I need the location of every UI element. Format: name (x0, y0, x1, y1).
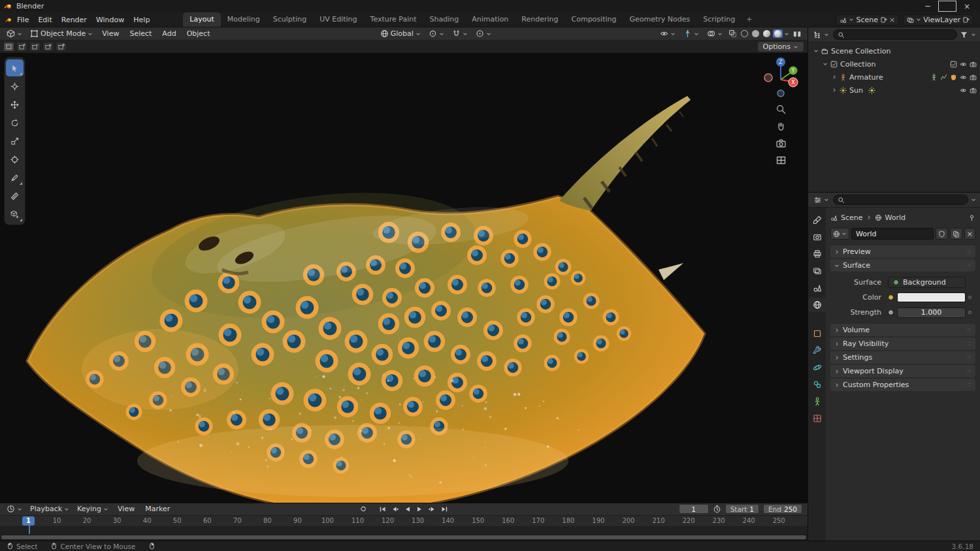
viewlayer-selector[interactable]: ViewLayer (903, 14, 973, 25)
tab-animation[interactable]: Animation (465, 12, 515, 27)
options-dropdown[interactable]: Options (757, 41, 804, 52)
tab-render[interactable] (808, 230, 826, 244)
tab-world[interactable] (808, 298, 826, 312)
select-box-tool[interactable] (6, 59, 24, 76)
current-frame-indicator[interactable]: 1 (22, 516, 35, 526)
tab-compositing[interactable]: Compositing (565, 12, 623, 27)
transform-tool[interactable] (6, 151, 24, 168)
transform-orientation-dropdown[interactable]: Global (377, 29, 424, 39)
zoom-icon[interactable] (776, 104, 787, 115)
add-workspace-button[interactable]: + (742, 12, 757, 27)
chevron-down-icon[interactable] (971, 32, 976, 37)
tab-scripting[interactable]: Scripting (696, 12, 742, 27)
menu-select[interactable]: Select (125, 28, 156, 39)
panel-ray-visibility[interactable]: Ray Visibility ∷ (830, 338, 975, 350)
menu-playback[interactable]: Playback (27, 504, 73, 514)
minimize-button[interactable]: ─ (919, 1, 937, 12)
outliner-row-sun[interactable]: Sun (808, 84, 980, 97)
hide-eye-icon[interactable] (960, 61, 967, 68)
world-name-field[interactable]: World (851, 228, 934, 240)
perspective-toggle-icon[interactable] (776, 155, 787, 166)
panel-settings[interactable]: Settings ∷ (830, 351, 975, 364)
menu-file[interactable]: File (12, 14, 33, 25)
tab-tool[interactable] (808, 213, 826, 227)
jump-to-start-button[interactable] (377, 504, 388, 514)
auto-keyframe-button[interactable] (358, 504, 369, 514)
surface-shader-select[interactable]: Background (888, 277, 966, 288)
measure-tool[interactable] (6, 187, 24, 204)
menu-render[interactable]: Render (57, 14, 91, 25)
breadcrumb-world[interactable]: World (885, 213, 906, 222)
panel-grip[interactable]: ∷ (968, 368, 972, 374)
panel-surface[interactable]: Surface ∷ (830, 259, 975, 272)
select-mode-intersect-button[interactable] (56, 42, 67, 52)
next-keyframe-button[interactable] (427, 504, 438, 514)
menu-marker[interactable]: Marker (140, 503, 174, 514)
viewport-canvas[interactable]: Z Y X (0, 53, 808, 503)
timeline-scrollbar[interactable] (1, 535, 806, 539)
unlink-scene-icon[interactable]: × (889, 16, 895, 24)
viewport-editor[interactable]: Object Mode View Select Add Object Globa… (0, 27, 808, 503)
panel-viewport-display[interactable]: Viewport Display ∷ (830, 365, 975, 377)
panel-grip[interactable]: ∷ (968, 262, 972, 268)
overlays-toggle[interactable] (704, 29, 726, 39)
select-mode-invert-button[interactable] (42, 42, 54, 52)
pivot-point-dropdown[interactable] (425, 29, 448, 39)
tab-modifiers[interactable] (808, 343, 826, 358)
tab-layout[interactable]: Layout (183, 12, 220, 27)
chevron-down-icon[interactable] (971, 197, 976, 202)
panel-grip[interactable]: ∷ (968, 249, 972, 255)
copy-datablock-button[interactable] (950, 228, 962, 240)
disable-render-camera-icon[interactable] (970, 87, 977, 94)
tab-texture[interactable] (808, 411, 826, 426)
tab-sculpting[interactable]: Sculpting (267, 12, 313, 27)
gizmo-toggle[interactable] (680, 29, 702, 39)
timeline-track[interactable] (0, 527, 808, 534)
disable-render-camera-icon[interactable] (970, 74, 977, 81)
panel-grip[interactable]: ∷ (968, 354, 972, 360)
shading-solid-button[interactable] (751, 29, 760, 38)
start-frame-field[interactable]: Start1 (725, 504, 759, 514)
tab-shading[interactable]: Shading (423, 12, 466, 27)
current-frame-field[interactable]: 1 (679, 504, 709, 514)
browse-world-button[interactable] (830, 228, 849, 240)
timeline-ruler[interactable]: 1020304050607080901001101201301401501601… (0, 516, 808, 527)
pan-hand-icon[interactable] (776, 121, 787, 132)
panel-grip[interactable]: ∷ (968, 382, 972, 388)
outliner-editor-type-button[interactable] (812, 30, 830, 40)
menu-help[interactable]: Help (129, 14, 154, 25)
select-mode-extend-button[interactable] (16, 42, 27, 52)
tab-modeling[interactable]: Modeling (221, 12, 267, 27)
tab-output[interactable] (808, 247, 826, 261)
pause-render-button[interactable]: ▮▮ (791, 30, 804, 37)
menu-view[interactable]: View (97, 28, 123, 39)
properties-editor-type-button[interactable] (812, 195, 830, 205)
new-viewlayer-icon[interactable] (962, 16, 970, 24)
scale-tool[interactable] (6, 133, 24, 150)
strength-field[interactable]: 1.000 (897, 307, 966, 318)
panel-volume[interactable]: Volume ∷ (830, 324, 975, 336)
shading-dropdown-icon[interactable] (784, 31, 789, 37)
stingray-model[interactable] (0, 53, 808, 503)
tab-object[interactable] (808, 326, 826, 341)
rotate-tool[interactable] (6, 114, 24, 131)
outliner-row-collection[interactable]: Collection (808, 57, 980, 71)
tab-view-layer[interactable] (808, 264, 826, 278)
properties-search-input[interactable] (833, 195, 968, 205)
shading-rendered-button[interactable] (773, 29, 783, 38)
xray-toggle[interactable] (727, 29, 738, 39)
snapping-dropdown[interactable] (449, 29, 471, 39)
pin-icon[interactable] (968, 214, 975, 221)
panel-preview[interactable]: Preview ∷ (830, 245, 975, 258)
world-color-swatch[interactable] (897, 292, 966, 302)
fake-user-button[interactable] (936, 228, 948, 240)
blender-menu-icon[interactable] (5, 16, 12, 24)
end-frame-field[interactable]: End250 (763, 504, 802, 514)
menu-edit[interactable]: Edit (33, 14, 56, 25)
outliner-row-armature[interactable]: Armature (808, 71, 980, 84)
mode-selector[interactable]: Object Mode (27, 29, 96, 39)
jump-to-end-button[interactable] (439, 504, 450, 514)
camera-view-icon[interactable] (776, 138, 787, 149)
tab-physics[interactable] (808, 360, 826, 375)
scene-selector[interactable]: Scene × (836, 14, 899, 25)
